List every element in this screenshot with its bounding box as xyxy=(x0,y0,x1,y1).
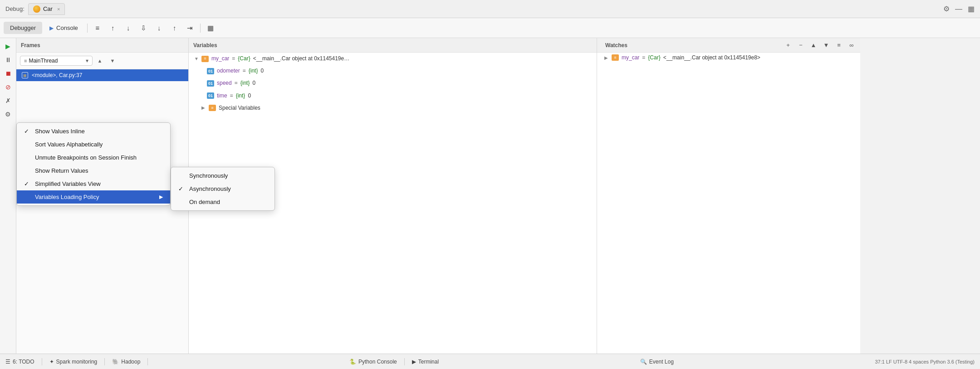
watch-type-icon: ≡ xyxy=(612,54,619,61)
breakpoints-button[interactable]: ⊘ xyxy=(2,81,15,93)
minimize-icon[interactable]: — xyxy=(955,5,962,13)
tab-close-button[interactable]: × xyxy=(57,6,60,12)
menu-item-show-values-inline[interactable]: ✓ Show Values Inline xyxy=(17,125,170,138)
resume-button[interactable]: ▶ xyxy=(2,40,15,53)
frame-item[interactable]: ▦ <module>, Car.py:37 xyxy=(16,69,188,81)
var-row-my-car[interactable]: ▼ ≡ my_car = {Car} <__main__.Car object … xyxy=(189,53,597,65)
thread-selector[interactable]: ≡ MainThread ▾ xyxy=(20,56,93,66)
menu-item-sort-alphabetically[interactable]: Sort Values Alphabetically xyxy=(17,138,170,151)
status-divider-4 xyxy=(404,358,405,365)
terminal-label: Terminal xyxy=(418,359,439,365)
status-terminal[interactable]: ▶ Terminal xyxy=(412,359,439,365)
toolbar-divider-2 xyxy=(200,24,201,33)
step-over-button[interactable]: ↑ xyxy=(106,21,120,35)
python-console-label: Python Console xyxy=(358,359,397,365)
var-row-speed[interactable]: 01 speed = {int} 0 xyxy=(189,77,597,89)
menu-label-simplified: Simplified Variables View xyxy=(35,180,101,187)
move-down-watch-button[interactable]: ▼ xyxy=(821,40,831,50)
frame-down-button[interactable]: ▼ xyxy=(107,55,118,66)
spark-label: Spark monitoring xyxy=(56,359,98,365)
menu-button[interactable]: ≡ xyxy=(90,21,105,35)
menu-label-show-values: Show Values Inline xyxy=(35,128,85,135)
status-event-log[interactable]: 🔍 Event Log xyxy=(640,359,674,365)
menu-item-unmute-breakpoints[interactable]: Unmute Breakpoints on Session Finish xyxy=(17,151,170,164)
toolbar-divider-1 xyxy=(87,24,88,33)
submenu-label-async: Asynchronously xyxy=(189,185,231,192)
menu-item-simplified-view[interactable]: ✓ Simplified Variables View xyxy=(17,177,170,190)
status-divider-3 xyxy=(147,358,148,365)
menu-item-show-return-values[interactable]: Show Return Values xyxy=(17,164,170,177)
settings-button[interactable]: ⚙ xyxy=(2,108,15,121)
submenu-item-on-demand[interactable]: On demand xyxy=(171,195,274,209)
thread-icon: ≡ xyxy=(24,58,27,63)
hadoop-icon: 🐘 xyxy=(112,359,119,365)
debugger-tab-label: Debugger xyxy=(10,24,36,31)
watches-header-label: Watches xyxy=(601,42,780,49)
move-up-watch-button[interactable]: ▲ xyxy=(808,40,818,50)
status-python-console[interactable]: 🐍 Python Console xyxy=(349,359,397,365)
status-spark[interactable]: ✦ Spark monitoring xyxy=(49,359,98,365)
restore-layout-button[interactable]: ▦ xyxy=(203,21,218,35)
todo-icon: ☰ xyxy=(5,359,10,365)
evaluate-button[interactable]: ⇥ xyxy=(183,21,197,35)
pause-button[interactable]: ⏸ xyxy=(2,53,15,66)
toggle-watch-button[interactable]: ∞ xyxy=(847,40,857,50)
run-to-cursor-button[interactable]: ↑ xyxy=(167,21,182,35)
status-todo[interactable]: ☰ 6: TODO xyxy=(5,359,34,365)
menu-label-sort: Sort Values Alphabetically xyxy=(35,141,103,148)
submenu-label-sync: Synchronously xyxy=(189,172,228,179)
frame-label: <module>, Car.py:37 xyxy=(32,72,82,78)
title-bar-actions: ⚙ — ▦ xyxy=(943,5,975,13)
frame-module-icon: ▦ xyxy=(22,72,28,78)
title-bar: Debug: Car × ⚙ — ▦ xyxy=(0,0,980,18)
car-tab[interactable]: Car × xyxy=(28,3,65,15)
python-console-icon: 🐍 xyxy=(349,359,356,365)
watch-expand-arrow: ▶ xyxy=(604,55,609,60)
step-into-button[interactable]: ↓ xyxy=(121,21,136,35)
spark-icon: ✦ xyxy=(49,359,54,365)
status-divider-2 xyxy=(104,358,105,365)
menu-item-loading-policy[interactable]: Variables Loading Policy ▶ xyxy=(17,190,170,204)
frames-header: Frames xyxy=(16,38,188,53)
submenu-item-asynchronously[interactable]: ✓ Asynchronously xyxy=(171,182,274,195)
stop-button[interactable]: ⏹ xyxy=(2,67,15,80)
remove-watch-button[interactable]: − xyxy=(796,40,806,50)
var-type-icon-blue: 01 xyxy=(207,68,214,74)
console-icon: ▶ xyxy=(49,25,54,31)
status-bar: ☰ 6: TODO ✦ Spark monitoring 🐘 Hadoop 🐍 … xyxy=(0,354,980,369)
layout-icon[interactable]: ▦ xyxy=(968,5,975,13)
step-into-my-code-button[interactable]: ⇩ xyxy=(137,21,151,35)
var-collapse-arrow: ▶ xyxy=(201,104,206,112)
frame-up-button[interactable]: ▲ xyxy=(94,55,105,66)
right-info: 37:1 LF UTF-8 4 spaces Python 3.6 (Testi… xyxy=(875,359,975,364)
event-log-label: Event Log xyxy=(649,359,674,365)
mute-breakpoints-button[interactable]: ✗ xyxy=(2,94,15,107)
menu-label-unmute: Unmute Breakpoints on Session Finish xyxy=(35,154,137,161)
frames-toolbar: ≡ MainThread ▾ ▲ ▼ xyxy=(16,53,188,69)
settings-icon[interactable]: ⚙ xyxy=(943,5,950,13)
car-tab-icon xyxy=(33,5,40,13)
status-hadoop[interactable]: 🐘 Hadoop xyxy=(112,359,140,365)
var-row-special[interactable]: ▶ ≡ Special Variables xyxy=(189,102,597,114)
copy-watch-button[interactable]: ≡ xyxy=(834,40,844,50)
hadoop-label: Hadoop xyxy=(121,359,140,365)
var-row-time[interactable]: 01 time = {int} 0 xyxy=(189,90,597,102)
console-tab[interactable]: ▶ Console xyxy=(43,22,84,34)
add-watch-button[interactable]: + xyxy=(783,40,793,50)
debug-label: Debug: xyxy=(5,5,24,12)
watch-row-my-car[interactable]: ▶ ≡ my_car = {Car} <__main__.Car object … xyxy=(597,53,860,63)
variables-header: Variables xyxy=(189,38,597,53)
todo-label: 6: TODO xyxy=(13,359,34,365)
check-async: ✓ xyxy=(178,185,185,192)
debugger-tab[interactable]: Debugger xyxy=(4,22,42,34)
submenu: Synchronously ✓ Asynchronously On demand xyxy=(171,167,275,211)
watches-toolbar: Watches + − ▲ ▼ ≡ ∞ xyxy=(597,38,860,53)
search-icon-status: 🔍 xyxy=(640,359,647,365)
watches-panel: Watches + − ▲ ▼ ≡ ∞ ▶ ≡ my_car = {Car} <… xyxy=(597,38,860,354)
check-show-values: ✓ xyxy=(24,128,30,135)
step-out-button[interactable]: ↓ xyxy=(152,21,167,35)
submenu-arrow: ▶ xyxy=(159,194,163,200)
var-row-odometer[interactable]: 01 odometer = {int} 0 xyxy=(189,65,597,77)
submenu-item-synchronously[interactable]: Synchronously xyxy=(171,169,274,182)
toolbar: Debugger ▶ Console ≡ ↑ ↓ ⇩ ↓ ↑ ⇥ ▦ xyxy=(0,18,980,38)
